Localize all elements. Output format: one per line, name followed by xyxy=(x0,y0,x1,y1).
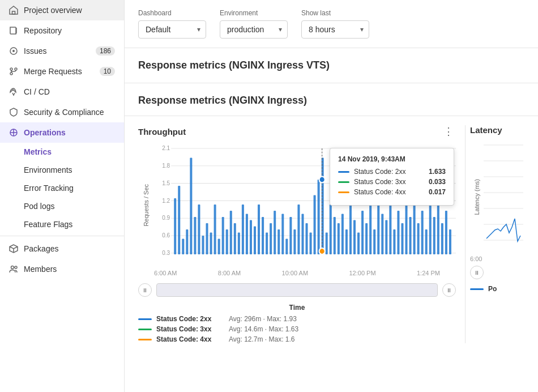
x-label-3: 10:00 AM xyxy=(282,270,308,276)
svg-rect-73 xyxy=(373,229,375,254)
show-last-select[interactable]: 8 hours xyxy=(301,20,369,39)
latency-svg: 120 100 80 60 40 20 xyxy=(484,139,523,253)
scrubber-row: ⏸ ⏸ xyxy=(138,280,456,297)
x-axis-labels: 6:00 AM 8:00 AM 10:00 AM 12:00 PM 1:24 P… xyxy=(138,269,456,276)
svg-rect-27 xyxy=(190,158,192,255)
legend-stats-3xx: Avg: 14.6m · Max: 1.63 xyxy=(229,325,298,333)
issues-icon xyxy=(9,46,18,56)
sidebar-item-packages[interactable]: Packages xyxy=(0,238,124,259)
sidebar-sub-item-feature-flags[interactable]: Feature Flags xyxy=(24,215,124,233)
svg-text:1.8: 1.8 xyxy=(162,162,170,169)
vts-title: Response metrics (NGINX Ingress VTS) xyxy=(138,59,330,71)
sidebar-item-issues[interactable]: Issues 186 xyxy=(0,41,124,61)
latency-legend-line xyxy=(470,288,484,290)
svg-rect-38 xyxy=(234,223,236,254)
latency-title: Latency xyxy=(470,125,502,135)
svg-rect-24 xyxy=(178,186,180,254)
svg-rect-51 xyxy=(285,239,288,255)
content-area: Response metrics (NGINX Ingress VTS) Res… xyxy=(125,48,538,392)
svg-text:1.2: 1.2 xyxy=(162,197,170,204)
sidebar-item-label: Project overview xyxy=(24,6,82,15)
svg-rect-86 xyxy=(425,229,428,254)
sidebar-sub-item-pod-logs[interactable]: Pod logs xyxy=(24,197,124,215)
svg-rect-91 xyxy=(445,211,447,254)
svg-point-3 xyxy=(10,68,12,70)
legend-label-3xx: Status Code: 3xx xyxy=(156,325,224,333)
environment-select[interactable]: production xyxy=(220,20,288,39)
sidebar-item-project-overview[interactable]: Project overview xyxy=(0,0,124,20)
svg-rect-69 xyxy=(357,233,360,255)
sidebar-item-label: Security & Compliance xyxy=(24,108,104,117)
svg-rect-50 xyxy=(281,214,284,255)
scrubber-play-pause-right[interactable]: ⏸ xyxy=(442,283,456,297)
svg-rect-54 xyxy=(297,204,300,254)
dashboard-select[interactable]: Default xyxy=(138,20,206,39)
svg-rect-74 xyxy=(377,204,379,254)
throughput-title-row: Throughput ⋮ xyxy=(138,125,456,138)
svg-rect-70 xyxy=(361,211,364,254)
svg-rect-35 xyxy=(222,217,224,254)
environment-label: Environment xyxy=(220,9,288,17)
merge-badge: 10 xyxy=(100,67,115,76)
charts-row: Throughput ⋮ Requests / Sec xyxy=(125,116,538,343)
svg-rect-76 xyxy=(385,220,387,255)
sidebar-item-repository[interactable]: Repository xyxy=(0,20,124,41)
dashboard-group: Dashboard Default ▾ xyxy=(138,9,206,39)
tooltip-dot-3xx xyxy=(338,181,349,183)
throughput-panel: Throughput ⋮ Requests / Sec xyxy=(138,125,456,343)
tooltip-row-3xx: Status Code: 3xx 0.033 xyxy=(338,178,446,186)
tooltip-row-2xx: Status Code: 2xx 1.633 xyxy=(338,168,446,176)
sidebar-sub-item-error-tracking[interactable]: Error Tracking xyxy=(24,179,124,197)
ingress-title: Response metrics (NGINX Ingress) xyxy=(138,95,307,106)
svg-rect-85 xyxy=(421,211,424,254)
sidebar-item-operations[interactable]: Operations xyxy=(0,122,124,143)
sidebar-item-merge-requests[interactable]: Merge Requests 10 xyxy=(0,61,124,82)
shield-icon xyxy=(9,108,18,117)
svg-rect-41 xyxy=(246,214,248,255)
scrubber-play-pause-left[interactable]: ⏸ xyxy=(138,283,152,297)
svg-rect-68 xyxy=(353,220,356,255)
environment-group: Environment production ▾ xyxy=(220,9,288,39)
legend-row-3xx: Status Code: 3xx Avg: 14.6m · Max: 1.63 xyxy=(138,325,456,333)
ingress-section-header: Response metrics (NGINX Ingress) xyxy=(125,83,538,116)
server-icon xyxy=(9,128,18,137)
svg-rect-66 xyxy=(345,229,348,254)
sidebar-sub-item-environments[interactable]: Environments xyxy=(24,161,124,179)
latency-scrubber-btn[interactable]: ⏸ xyxy=(470,266,484,279)
latency-x-label: 6:00 xyxy=(470,254,524,262)
svg-rect-43 xyxy=(254,227,256,255)
throughput-legend: Time Status Code: 2xx Avg: 296m · Max: 1… xyxy=(138,304,456,343)
throughput-kebab-button[interactable]: ⋮ xyxy=(441,125,456,138)
tooltip-value-3xx: 0.033 xyxy=(429,178,446,186)
package-icon xyxy=(9,244,18,253)
svg-rect-71 xyxy=(365,223,368,254)
latency-panel: Latency Latency (ms) xyxy=(465,125,524,343)
svg-point-94 xyxy=(319,177,325,183)
legend-rows: Status Code: 2xx Avg: 296m · Max: 1.93 S… xyxy=(138,315,456,343)
svg-point-2 xyxy=(12,50,15,52)
svg-rect-55 xyxy=(301,214,304,255)
svg-rect-46 xyxy=(266,233,268,255)
svg-rect-33 xyxy=(214,204,216,254)
show-last-select-wrapper: 8 hours ▾ xyxy=(301,20,369,39)
svg-rect-87 xyxy=(429,204,432,254)
svg-point-95 xyxy=(319,248,325,254)
sidebar-item-label: Merge Requests xyxy=(24,67,82,76)
latency-title-row: Latency xyxy=(470,125,524,135)
svg-rect-72 xyxy=(369,198,372,254)
svg-rect-45 xyxy=(262,217,264,254)
throughput-chart-area: Requests / Sec xyxy=(138,142,456,269)
show-last-group: Show last 8 hours ▾ xyxy=(301,9,369,39)
sidebar-item-members[interactable]: Members xyxy=(0,259,124,279)
svg-rect-29 xyxy=(198,204,200,254)
svg-rect-88 xyxy=(433,217,435,254)
rocket-icon xyxy=(9,87,18,96)
sidebar-item-ci-cd[interactable]: CI / CD xyxy=(0,82,124,102)
svg-rect-47 xyxy=(270,223,272,254)
legend-row-2xx: Status Code: 2xx Avg: 296m · Max: 1.93 xyxy=(138,315,456,323)
top-bar: Dashboard Default ▾ Environment producti… xyxy=(125,0,538,48)
sidebar-item-security-compliance[interactable]: Security & Compliance xyxy=(0,102,124,122)
sidebar-sub-item-metrics[interactable]: Metrics xyxy=(24,143,124,161)
scrubber-bar[interactable] xyxy=(156,283,438,297)
svg-rect-36 xyxy=(226,229,228,254)
